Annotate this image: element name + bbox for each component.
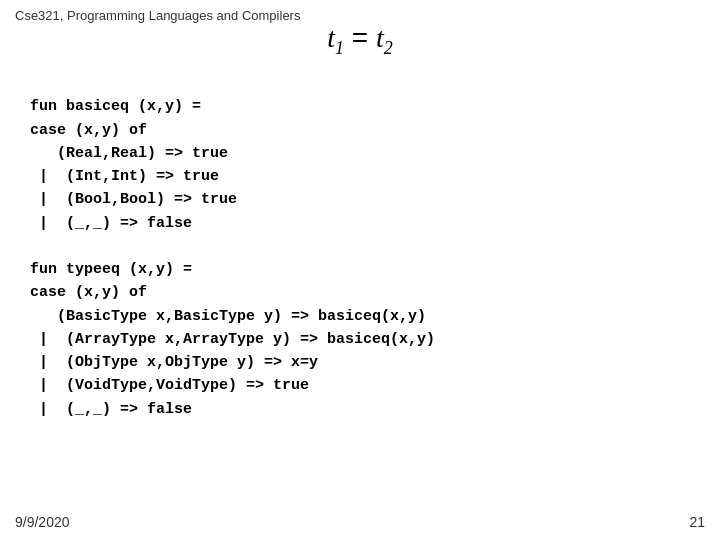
code-line-5: | (Bool,Bool) => true	[30, 191, 237, 208]
code-line-6: | (_,_) => false	[30, 215, 192, 232]
code-line-10: | (ArrayType x,ArrayType y) => basiceq(x…	[30, 331, 435, 348]
footer-date: 9/9/2020	[15, 514, 70, 530]
code-line-2: case (x,y) of	[30, 122, 147, 139]
code-line-8: case (x,y) of	[30, 284, 147, 301]
code-line-12: | (VoidType,VoidType) => true	[30, 377, 309, 394]
code-line-3: (Real,Real) => true	[30, 145, 228, 162]
footer-page: 21	[689, 514, 705, 530]
code-line-4: | (Int,Int) => true	[30, 168, 219, 185]
code-line-13: | (_,_) => false	[30, 401, 192, 418]
code-block: fun basiceq (x,y) = case (x,y) of (Real,…	[30, 72, 435, 421]
code-line-11: | (ObjType x,ObjType y) => x=y	[30, 354, 318, 371]
code-line-7: fun typeeq (x,y) =	[30, 261, 192, 278]
header-title: Cse321, Programming Languages and Compil…	[15, 8, 300, 23]
code-line-9: (BasicType x,BasicType y) => basiceq(x,y…	[30, 308, 426, 325]
main-title: t1 = t2	[0, 22, 720, 59]
code-line-1: fun basiceq (x,y) =	[30, 98, 201, 115]
